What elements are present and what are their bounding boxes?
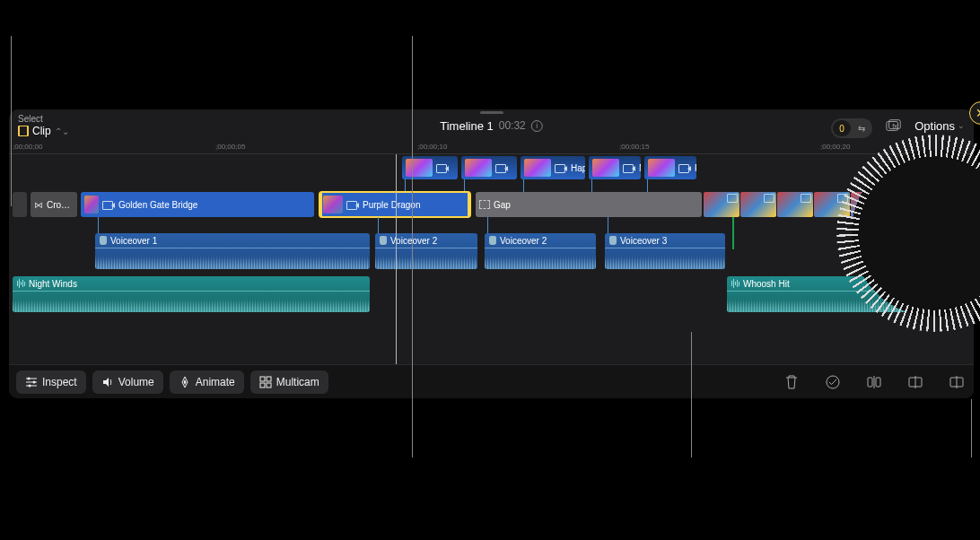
clip-thumb	[740, 192, 776, 217]
camera-icon	[436, 163, 449, 172]
audio-clip-voiceover[interactable]: Voiceover 2	[485, 233, 596, 269]
audio-clip-music[interactable]: Night Winds	[13, 276, 370, 312]
camera-icon	[555, 163, 567, 172]
primary-clip-placeholder[interactable]	[13, 192, 27, 217]
tracks-area[interactable]: Hap… M… F… ⋈Cro… Golden Gate Bridge Purp…	[9, 154, 974, 364]
clip-thumb	[704, 192, 739, 217]
connected-clip[interactable]: Hap…	[521, 156, 585, 179]
svg-point-7	[33, 380, 36, 383]
options-menu[interactable]: Options ⌄	[914, 119, 965, 133]
clip-connector	[608, 217, 608, 233]
jog-mode-scroll[interactable]: ⇆	[853, 120, 871, 136]
effects-icon[interactable]: fx	[886, 119, 902, 132]
mic-icon	[100, 236, 107, 245]
clip-label: Voiceover 3	[620, 236, 667, 246]
camera-icon	[495, 163, 508, 172]
svg-rect-12	[267, 383, 271, 388]
waveform	[95, 248, 370, 269]
volume-button[interactable]: Volume	[92, 370, 163, 394]
primary-clip[interactable]: Golden Gate Bridge	[81, 192, 314, 217]
audio-clip-voiceover[interactable]: Voiceover 2	[375, 233, 477, 269]
header-center: Timeline 1 00:32 i	[440, 119, 543, 133]
waveform	[13, 291, 370, 312]
clip-label: Voiceover 2	[500, 236, 547, 246]
svg-point-13	[827, 376, 839, 388]
trim-end-button[interactable]	[947, 372, 967, 392]
clip-thumb	[406, 159, 433, 177]
connected-clip[interactable]	[461, 156, 517, 179]
timeline-title[interactable]: Timeline 1	[440, 119, 493, 133]
gap-clip[interactable]: Gap	[476, 192, 702, 217]
ruler-tick: ;00;00;20	[820, 143, 850, 151]
timecode: 00:32	[499, 119, 526, 132]
sliders-icon	[25, 376, 38, 388]
trim-start-button[interactable]	[906, 372, 925, 392]
connected-clip[interactable]: F…	[644, 156, 696, 179]
clip-connector	[523, 179, 524, 192]
clip-label: F…	[695, 163, 696, 173]
header-right: fx Options ⌄	[857, 119, 965, 133]
svg-rect-14	[868, 378, 872, 387]
animate-button[interactable]: Animate	[170, 370, 244, 394]
timeline-panel: Select Clip ⌃⌄ Timeline 1 00:32 i fx Opt…	[9, 109, 974, 398]
camera-icon	[346, 200, 359, 209]
svg-point-8	[29, 384, 31, 387]
button-label: Animate	[196, 376, 235, 388]
speaker-icon	[101, 376, 114, 388]
clip-thumb	[777, 192, 813, 217]
clip-selector[interactable]: Clip ⌃⌄	[18, 125, 69, 137]
transition-clip[interactable]: ⋈Cro…	[31, 192, 77, 217]
camera-icon	[623, 163, 635, 172]
connected-clip[interactable]: M…	[589, 156, 641, 179]
clip-thumb	[524, 159, 551, 177]
waveform-icon	[731, 279, 739, 288]
time-ruler[interactable]: ;00;00;00 ;00;00;05 ;00;00;10 ;00;00;15 …	[9, 142, 974, 154]
clip-label: Cro…	[47, 200, 70, 210]
jog-mode-nudge[interactable]: 0	[833, 120, 851, 136]
audio-clip-voiceover[interactable]: Voiceover 3	[605, 233, 725, 269]
clip-connector	[405, 179, 406, 192]
svg-text:fx: fx	[892, 122, 897, 130]
waveform	[485, 248, 596, 269]
ruler-tick: ;00;00;05	[215, 143, 245, 151]
connected-clip[interactable]	[402, 156, 458, 179]
clip-connector	[98, 217, 99, 233]
callout-line	[691, 332, 692, 457]
clip-connector	[464, 179, 465, 192]
multicam-button[interactable]: Multicam	[250, 370, 328, 394]
clip-label: Hap…	[571, 163, 585, 173]
gap-icon	[479, 200, 490, 209]
info-icon[interactable]: i	[531, 120, 543, 132]
delete-button[interactable]	[782, 372, 801, 392]
primary-clip-selected[interactable]: Purple Dragon	[319, 192, 470, 217]
timeline-header: Select Clip ⌃⌄ Timeline 1 00:32 i fx Opt…	[9, 109, 974, 142]
split-button[interactable]	[864, 372, 884, 392]
clip-thumb	[465, 159, 492, 177]
jog-mode-toggle[interactable]: 0 ⇆	[831, 118, 872, 138]
clip-label: Gap	[494, 200, 511, 210]
svg-rect-10	[267, 377, 271, 381]
clip-thumb	[592, 159, 619, 177]
clip-connector	[647, 179, 648, 192]
bottom-right-tools	[782, 372, 967, 392]
clip-thumb	[323, 196, 343, 213]
transition-icon: ⋈	[34, 200, 43, 210]
playhead[interactable]	[396, 154, 397, 364]
camera-icon	[678, 163, 691, 172]
callout-line	[412, 36, 413, 457]
clip-label: Golden Gate Bridge	[118, 200, 197, 210]
waveform	[605, 248, 725, 269]
inspect-button[interactable]: Inspect	[16, 370, 86, 394]
svg-rect-11	[260, 383, 265, 388]
clip-thumb	[84, 196, 99, 213]
clip-connector	[378, 217, 379, 233]
audio-clip-voiceover[interactable]: Voiceover 1	[95, 233, 370, 269]
svg-rect-15	[876, 378, 880, 387]
keyframe-icon	[179, 376, 191, 388]
enable-button[interactable]	[823, 372, 843, 392]
svg-point-6	[28, 377, 31, 379]
grid-icon	[259, 376, 272, 388]
select-label: Select	[18, 114, 69, 124]
mic-icon	[380, 236, 387, 245]
clip-label: Voiceover 2	[390, 236, 437, 246]
